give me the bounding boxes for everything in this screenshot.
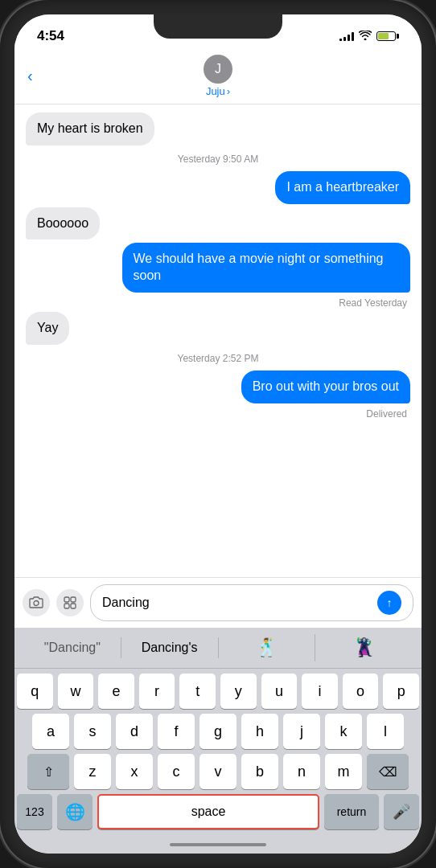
space-key[interactable]: space — [97, 794, 319, 829]
key-d[interactable]: d — [116, 714, 153, 749]
list-item: We should have a movie night or somethin… — [26, 243, 410, 293]
key-l[interactable]: l — [367, 714, 404, 749]
keyboard-bottom-row: 123 🌐 space return 🎤 — [17, 794, 419, 829]
list-item: Boooooo — [26, 207, 410, 240]
key-z[interactable]: z — [74, 754, 111, 789]
key-s[interactable]: s — [74, 714, 111, 749]
key-n[interactable]: n — [283, 754, 320, 789]
key-m[interactable]: m — [325, 754, 362, 789]
send-button[interactable]: ↑ — [377, 591, 401, 615]
apps-button[interactable] — [56, 589, 84, 616]
key-u[interactable]: u — [261, 674, 298, 709]
timestamp: Yesterday 9:50 AM — [26, 154, 410, 165]
globe-key[interactable]: 🌐 — [57, 794, 93, 829]
delete-key[interactable]: ⌫ — [367, 754, 409, 789]
keyboard-row-2: a s d f g h j k l — [17, 714, 419, 749]
list-item: Bro out with your bros out — [26, 371, 410, 403]
key-f[interactable]: f — [158, 714, 195, 749]
list-item: I am a heartbreaker — [26, 171, 410, 204]
key-a[interactable]: a — [32, 714, 69, 749]
svg-rect-3 — [64, 604, 69, 608]
phone-screen: 4:54 — [14, 14, 422, 854]
list-item: My heart is broken — [26, 113, 410, 145]
key-y[interactable]: y — [220, 674, 257, 709]
autocomplete-option-4[interactable]: 🦹 — [315, 634, 412, 661]
message-status: Delivered — [26, 408, 410, 420]
timestamp: Yesterday 2:52 PM — [26, 353, 410, 364]
key-h[interactable]: h — [241, 714, 278, 749]
svg-rect-1 — [64, 597, 69, 602]
received-bubble: Yay — [26, 312, 69, 345]
message-status: Read Yesterday — [26, 297, 410, 309]
mic-key[interactable]: 🎤 — [384, 794, 419, 829]
key-x[interactable]: x — [116, 754, 153, 789]
key-v[interactable]: v — [199, 754, 237, 789]
keyboard-row-1: q w e r t y u i o p — [17, 674, 419, 709]
key-b[interactable]: b — [241, 754, 278, 789]
svg-rect-4 — [71, 604, 76, 608]
return-key[interactable]: return — [324, 794, 379, 829]
autocomplete-bar: "Dancing" Dancing's 🕺 🦹 — [14, 628, 422, 669]
sent-bubble: I am a heartbreaker — [275, 171, 410, 204]
back-button[interactable]: ‹ — [27, 67, 33, 85]
keyboard: q w e r t y u i o p a s d f g h j k — [14, 669, 422, 836]
autocomplete-option-2[interactable]: Dancing's — [121, 637, 219, 658]
key-g[interactable]: g — [199, 714, 237, 749]
received-bubble: My heart is broken — [26, 113, 154, 145]
svg-point-0 — [34, 601, 39, 606]
key-t[interactable]: t — [179, 674, 216, 709]
key-k[interactable]: k — [325, 714, 362, 749]
nav-bar: ‹ J Juju › — [14, 50, 422, 104]
key-w[interactable]: w — [58, 674, 94, 709]
status-icons — [339, 31, 399, 43]
sent-bubble: Bro out with your bros out — [241, 371, 410, 403]
input-text: Dancing — [102, 596, 150, 610]
home-bar — [14, 836, 422, 854]
key-p[interactable]: p — [383, 674, 419, 709]
list-item: Yay — [26, 312, 410, 345]
camera-button[interactable] — [23, 589, 50, 616]
message-input[interactable]: Dancing ↑ — [90, 584, 413, 621]
contact-avatar: J — [204, 55, 232, 84]
notch — [154, 14, 282, 39]
phone-frame: 4:54 — [0, 0, 436, 868]
contact-name: Juju › — [206, 85, 230, 97]
home-bar-line — [170, 843, 266, 846]
signal-icon — [339, 31, 354, 41]
key-i[interactable]: i — [302, 674, 338, 709]
autocomplete-option-1[interactable]: "Dancing" — [24, 637, 121, 658]
contact-header[interactable]: J Juju › — [204, 55, 232, 97]
numbers-key[interactable]: 123 — [17, 794, 52, 829]
key-q[interactable]: q — [17, 674, 53, 709]
status-time: 4:54 — [37, 28, 64, 44]
shift-key[interactable]: ⇧ — [27, 754, 69, 789]
key-o[interactable]: o — [343, 674, 379, 709]
keyboard-row-3: ⇧ z x c v b n m ⌫ — [17, 754, 419, 789]
key-e[interactable]: e — [98, 674, 134, 709]
battery-icon — [376, 31, 399, 41]
key-j[interactable]: j — [283, 714, 320, 749]
messages-area: My heart is broken Yesterday 9:50 AM I a… — [14, 104, 422, 577]
sent-bubble: We should have a movie night or somethin… — [122, 243, 411, 293]
input-area: Dancing ↑ — [14, 577, 422, 628]
key-c[interactable]: c — [158, 754, 195, 789]
svg-rect-2 — [71, 597, 76, 602]
key-r[interactable]: r — [139, 674, 175, 709]
autocomplete-option-3[interactable]: 🕺 — [219, 634, 316, 661]
received-bubble: Boooooo — [26, 207, 100, 240]
wifi-icon — [359, 31, 372, 43]
